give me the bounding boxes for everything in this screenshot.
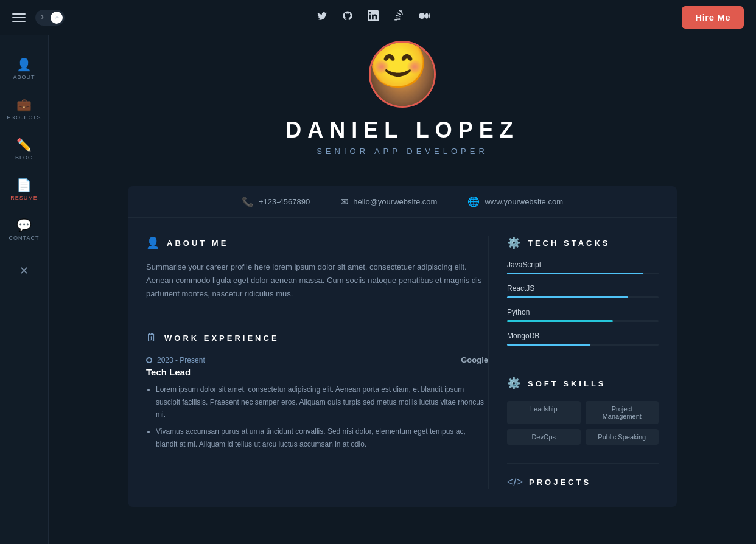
work-period-0: 2023 - Present bbox=[157, 356, 205, 364]
globe-icon: 🌐 bbox=[467, 196, 480, 207]
email-icon: ✉ bbox=[340, 196, 348, 207]
sidebar: 👤 About 💼 Projects ✏️ Blog 📄 Resume 💬 Co… bbox=[0, 0, 49, 544]
linkedin-link[interactable] bbox=[368, 10, 379, 24]
phone-number: +123-4567890 bbox=[259, 197, 310, 206]
work-role-0: Tech Lead bbox=[146, 367, 488, 377]
tech-item-0: JavaScript bbox=[507, 260, 659, 274]
tech-item-2: Python bbox=[507, 308, 659, 322]
tech-name-2: Python bbox=[507, 308, 659, 316]
projects-section-header: </> Projects bbox=[507, 476, 659, 489]
hire-me-button[interactable]: Hire Me bbox=[682, 6, 744, 29]
sidebar-item-resume[interactable]: 📄 Resume bbox=[0, 169, 48, 209]
divider-right-1 bbox=[507, 364, 659, 364]
progress-fill-0 bbox=[507, 273, 643, 274]
soft-skills-header: ⚙️ Soft Skills bbox=[507, 377, 659, 390]
website-url: www.yourwebsite.com bbox=[485, 197, 563, 206]
hamburger-menu[interactable] bbox=[12, 13, 26, 22]
about-icon: 👤 bbox=[16, 57, 32, 72]
card-area: 📞 +123-4567890 ✉ hello@yourwebsite.com 🌐… bbox=[128, 186, 677, 507]
twitter-link[interactable] bbox=[317, 10, 327, 24]
hero-name: Daniel Lopez bbox=[285, 117, 519, 143]
tech-stacks-section: ⚙️ Tech Stacks JavaScript ReactJS bbox=[507, 236, 659, 346]
topnav: ☽ ☀ Hire Me bbox=[0, 0, 756, 35]
progress-bg-0 bbox=[507, 273, 659, 274]
stackoverflow-link[interactable] bbox=[393, 10, 404, 24]
skill-badge-3: Public Speaking bbox=[586, 429, 659, 445]
hero-title: Senior App Developer bbox=[317, 147, 488, 156]
contact-phone: 📞 +123-4567890 bbox=[242, 196, 310, 207]
soft-skills-title: Soft Skills bbox=[528, 379, 606, 388]
sidebar-item-blog[interactable]: ✏️ Blog bbox=[0, 129, 48, 169]
social-links bbox=[317, 10, 430, 24]
sidebar-item-about[interactable]: 👤 About bbox=[0, 49, 48, 89]
sidebar-label-resume: Resume bbox=[10, 195, 38, 201]
theme-toggle[interactable]: ☽ ☀ bbox=[35, 10, 65, 26]
main-content: Daniel Lopez Senior App Developer 📞 +123… bbox=[49, 35, 756, 507]
soft-skills-icon: ⚙️ bbox=[507, 377, 520, 390]
toggle-thumb: ☀ bbox=[51, 12, 63, 24]
hero-section: Daniel Lopez Senior App Developer bbox=[49, 35, 756, 186]
topnav-left: ☽ ☀ bbox=[12, 10, 65, 26]
content-grid: 👤 About Me Summarise your career profile… bbox=[128, 218, 677, 507]
work-item-0: 2023 - Present Google Tech Lead Lorem ip… bbox=[146, 355, 488, 450]
sidebar-label-about: About bbox=[13, 74, 35, 80]
close-icon: ✕ bbox=[19, 264, 29, 277]
tech-item-3: MongoDB bbox=[507, 332, 659, 346]
sidebar-item-contact[interactable]: 💬 Contact bbox=[0, 209, 48, 249]
right-column: ⚙️ Tech Stacks JavaScript ReactJS bbox=[488, 236, 659, 489]
divider-right-2 bbox=[507, 463, 659, 464]
work-company-0: Google bbox=[461, 355, 488, 364]
email-address: hello@yourwebsite.com bbox=[353, 197, 437, 206]
work-bullet-0-1: Vivamus accumsan purus at urna tincidunt… bbox=[156, 425, 488, 450]
divider-1 bbox=[146, 319, 488, 319]
blog-icon: ✏️ bbox=[16, 138, 32, 152]
work-experience-section: 🗓 Work Experience 2023 - Present Google … bbox=[146, 332, 488, 450]
work-title: Work Experience bbox=[164, 333, 279, 343]
about-title: About Me bbox=[167, 239, 228, 248]
work-dates-0: 2023 - Present bbox=[146, 356, 205, 364]
progress-bg-2 bbox=[507, 320, 659, 322]
skill-badge-1: Project Management bbox=[586, 401, 659, 424]
tech-name-0: JavaScript bbox=[507, 260, 659, 269]
projects-icon: 💼 bbox=[16, 97, 32, 112]
projects-title: Projects bbox=[529, 478, 591, 487]
sidebar-label-projects: Projects bbox=[7, 114, 41, 120]
sidebar-close-button[interactable]: ✕ bbox=[0, 256, 48, 286]
about-text: Summarise your career profile here lorem… bbox=[146, 260, 488, 301]
resume-icon: 📄 bbox=[16, 178, 32, 192]
about-section: 👤 About Me Summarise your career profile… bbox=[146, 236, 488, 301]
github-link[interactable] bbox=[342, 10, 353, 24]
tech-item-1: ReactJS bbox=[507, 284, 659, 298]
contact-email: ✉ hello@yourwebsite.com bbox=[340, 196, 437, 207]
progress-fill-1 bbox=[507, 296, 628, 298]
medium-link[interactable] bbox=[419, 10, 430, 24]
sidebar-label-contact: Contact bbox=[9, 235, 40, 241]
progress-fill-2 bbox=[507, 320, 613, 322]
sidebar-item-projects[interactable]: 💼 Projects bbox=[0, 89, 48, 129]
tech-name-1: ReactJS bbox=[507, 284, 659, 293]
tech-section-icon: ⚙️ bbox=[507, 236, 520, 249]
progress-bg-3 bbox=[507, 344, 659, 346]
progress-fill-3 bbox=[507, 344, 590, 346]
work-bullets-0: Lorem ipsum dolor sit amet, consectetur … bbox=[146, 383, 488, 450]
soft-skills-section: ⚙️ Soft Skills Leadship Project Manageme… bbox=[507, 377, 659, 445]
contact-website: 🌐 www.yourwebsite.com bbox=[467, 196, 563, 207]
about-section-icon: 👤 bbox=[146, 236, 159, 249]
skill-badge-2: DevOps bbox=[507, 429, 581, 445]
projects-section-icon: </> bbox=[507, 476, 523, 489]
skill-badge-0: Leadship bbox=[507, 401, 581, 424]
work-section-icon: 🗓 bbox=[146, 332, 157, 344]
moon-icon: ☽ bbox=[38, 14, 44, 21]
contact-bar: 📞 +123-4567890 ✉ hello@yourwebsite.com 🌐… bbox=[128, 186, 677, 218]
avatar-face bbox=[371, 41, 434, 108]
work-bullet-0-0: Lorem ipsum dolor sit amet, consectetur … bbox=[156, 383, 488, 420]
avatar bbox=[369, 41, 436, 108]
skills-grid: Leadship Project Management DevOps Publi… bbox=[507, 401, 659, 445]
phone-icon: 📞 bbox=[242, 196, 254, 207]
contact-icon: 💬 bbox=[16, 218, 32, 232]
work-dot-icon bbox=[146, 357, 152, 363]
tech-title: Tech Stacks bbox=[528, 239, 610, 248]
tech-header: ⚙️ Tech Stacks bbox=[507, 236, 659, 249]
work-meta-0: 2023 - Present Google bbox=[146, 355, 488, 364]
tech-name-3: MongoDB bbox=[507, 332, 659, 340]
